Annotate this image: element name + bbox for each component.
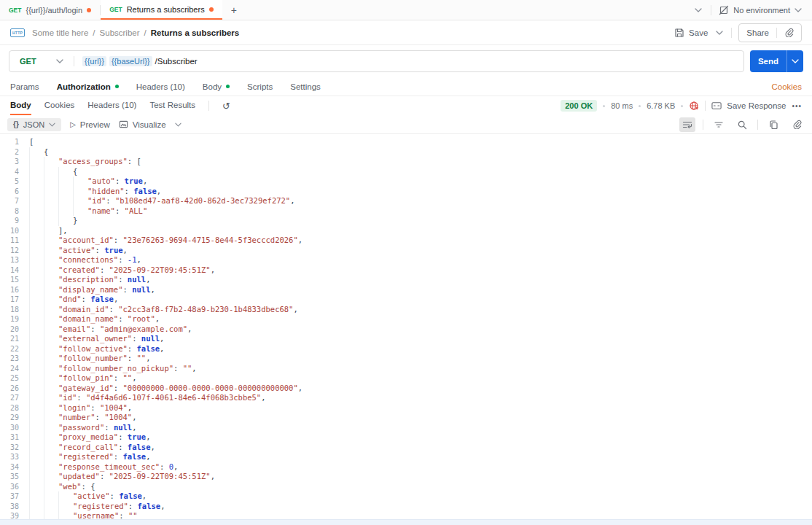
line-number: 9 xyxy=(0,216,29,226)
cookies-link[interactable]: Cookies xyxy=(771,82,802,91)
tab-list-chevron-down-icon[interactable] xyxy=(693,7,703,14)
code-line: 38"registered": false, xyxy=(0,502,812,512)
response-tab-body[interactable]: Body xyxy=(10,96,31,115)
save-response-button[interactable]: Save Response xyxy=(711,101,786,110)
copy-button[interactable] xyxy=(765,117,781,132)
indent-guide xyxy=(58,187,73,197)
response-tab-cookies[interactable]: Cookies xyxy=(44,96,75,115)
visualize-chevron-down-icon[interactable] xyxy=(175,122,181,127)
network-warning-globe-icon[interactable] xyxy=(689,101,699,111)
code-line-content: "follow_active": false, xyxy=(29,344,164,354)
code-line: 20"email": "admin@example.com", xyxy=(0,324,812,335)
line-number: 39 xyxy=(0,511,29,519)
code-line: 5"auto": true, xyxy=(0,176,812,187)
tab-params[interactable]: Params xyxy=(10,82,39,91)
indent-guide xyxy=(44,157,58,167)
code-line: 27"id": "d4f4a6d6-107f-4061-84e6-4f068b3… xyxy=(0,393,812,403)
unsaved-dot-icon xyxy=(209,7,214,12)
line-number: 6 xyxy=(0,187,29,197)
breadcrumb-collection[interactable]: Some title here xyxy=(32,28,88,37)
tab-body[interactable]: Body xyxy=(203,82,230,91)
response-history-icon[interactable]: ↺ xyxy=(222,101,230,111)
save-button[interactable]: Save xyxy=(674,28,708,38)
response-time[interactable]: 80 ms xyxy=(611,101,633,110)
code-line: 39"username": "" xyxy=(0,511,812,519)
indent-guide xyxy=(44,246,58,256)
code-line: 11"account_id": "23e76263-9694-4715-8e44… xyxy=(0,236,812,246)
code-line: 34"response_timeout_sec": 0, xyxy=(0,462,812,472)
tab-headers[interactable]: Headers (10) xyxy=(136,82,185,91)
filter-button[interactable] xyxy=(711,117,727,132)
line-number: 1 xyxy=(0,137,29,147)
indent-guide xyxy=(44,265,58,276)
link-icon xyxy=(784,28,794,37)
code-line-content: "follow_number": "", xyxy=(29,354,150,364)
indent-guide xyxy=(58,167,73,177)
line-number: 13 xyxy=(0,255,29,265)
breadcrumb-actions: Save Share xyxy=(674,23,802,42)
environment-selector[interactable]: No environment xyxy=(719,5,802,15)
response-tab-headers[interactable]: Headers (10) xyxy=(87,96,136,115)
indent-guide xyxy=(58,206,73,217)
line-number: 10 xyxy=(0,226,29,236)
indent-guide xyxy=(58,502,73,512)
copy-link-button[interactable] xyxy=(789,117,805,132)
visualize-button[interactable]: Visualize xyxy=(119,120,166,129)
tab-scripts[interactable]: Scripts xyxy=(247,82,273,91)
indent-guide xyxy=(29,265,44,276)
more-options-icon[interactable]: ••• xyxy=(792,102,802,110)
line-number: 37 xyxy=(0,491,29,502)
tab-settings[interactable]: Settings xyxy=(290,82,321,91)
breadcrumb-folder[interactable]: Subscriber xyxy=(100,28,140,37)
indent-guide xyxy=(44,472,58,482)
request-tabs: Params Authorization Headers (10) Body S… xyxy=(0,77,812,96)
save-options-button[interactable] xyxy=(714,29,725,36)
indent-guide xyxy=(58,491,73,502)
code-line: 12"active": true, xyxy=(0,246,812,256)
code-line-content: "external_owner": null, xyxy=(29,334,164,344)
tab-authorization[interactable]: Authorization xyxy=(57,82,119,91)
code-line: 2{ xyxy=(0,147,812,158)
url-path-text: /Subscriber xyxy=(155,57,198,66)
request-tab-auth-login[interactable]: GET {{url}}/auth/login xyxy=(0,0,100,20)
send-button[interactable]: Send xyxy=(750,50,786,72)
app-window: GET {{url}}/auth/login GET Returns a sub… xyxy=(0,0,812,525)
indent-guide xyxy=(29,295,44,305)
indent-guide xyxy=(73,176,87,187)
wrap-lines-button[interactable] xyxy=(679,117,695,132)
link-icon xyxy=(792,120,802,129)
line-number: 18 xyxy=(0,305,29,315)
code-line-content: "dnd": false, xyxy=(29,295,118,305)
preview-button[interactable]: ▷ Preview xyxy=(70,120,110,129)
indent-guide xyxy=(29,285,44,295)
code-line-content: "domain_id": "c2cc3af8-f7b2-48a9-b230-1b… xyxy=(29,305,298,315)
code-line-content: ], xyxy=(29,226,68,236)
send-options-button[interactable] xyxy=(786,50,803,72)
new-tab-button[interactable]: + xyxy=(222,0,246,20)
url-input[interactable]: {{url}} {{baseUrl}} /Subscriber xyxy=(74,56,743,66)
code-area[interactable]: 1[2{3"access_groups": [4{5"auto": true,6… xyxy=(0,134,812,519)
method-selector[interactable]: GET xyxy=(9,57,74,66)
environment-label: No environment xyxy=(733,6,790,15)
indent-guide xyxy=(73,206,87,217)
indent-guide xyxy=(44,324,58,335)
indent-guide xyxy=(44,187,58,197)
indent-guide xyxy=(29,502,44,512)
response-size[interactable]: 6.78 KB xyxy=(647,101,675,110)
indent-guide xyxy=(29,491,44,502)
indent-guide xyxy=(44,491,58,502)
indent-guide xyxy=(29,443,44,453)
line-number: 33 xyxy=(0,452,29,462)
share-button[interactable]: Share xyxy=(739,24,776,42)
indent-guide xyxy=(29,511,44,519)
status-badge[interactable]: 200 OK xyxy=(561,100,597,112)
copy-link-button[interactable] xyxy=(777,24,801,42)
line-number: 15 xyxy=(0,275,29,285)
search-button[interactable] xyxy=(734,117,750,132)
request-tab-subscribers[interactable]: GET Returns a subscribers xyxy=(101,0,222,20)
indent-guide xyxy=(44,462,58,472)
line-number: 34 xyxy=(0,462,29,472)
response-tab-test-results[interactable]: Test Results xyxy=(149,96,195,115)
format-selector[interactable]: {} JSON xyxy=(7,118,61,131)
tab-label: Params xyxy=(10,82,39,91)
